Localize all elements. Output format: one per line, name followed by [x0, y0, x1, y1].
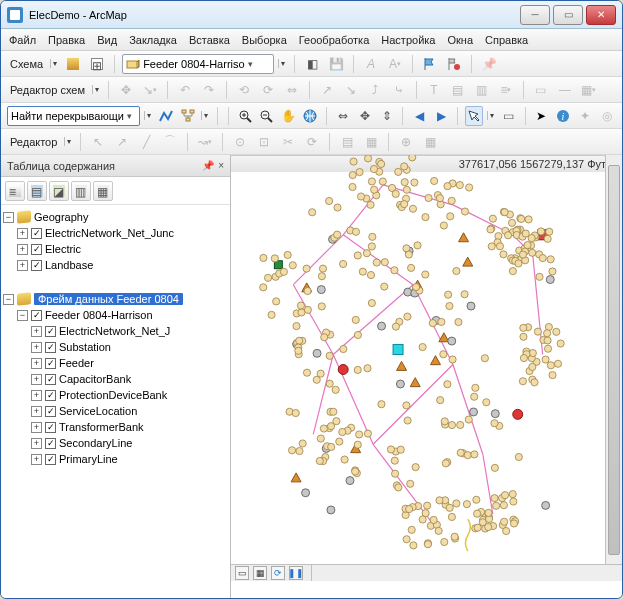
- toc-header[interactable]: Таблица содержания 📌 ×: [1, 155, 230, 177]
- toc-tree[interactable]: − Geography +✓ElectricNetwork_Net_Junc +…: [1, 205, 230, 598]
- toc-layer[interactable]: +✓CapacitorBank: [3, 371, 228, 387]
- map-view[interactable]: ▭ ▦ ⟳ ❚❚ 377617,056 1567279,137 Футы: [231, 155, 622, 598]
- toc-layer[interactable]: +✓SecondaryLine: [3, 435, 228, 451]
- find-combo[interactable]: Найти перекрывающи ▾: [7, 106, 140, 126]
- identify-icon[interactable]: i: [554, 106, 572, 126]
- globe-icon[interactable]: [301, 106, 319, 126]
- title-bar[interactable]: ElecDemo - ArcMap ─ ▭ ✕: [1, 1, 622, 29]
- clear-sel-icon[interactable]: ▭: [500, 106, 518, 126]
- maximize-button[interactable]: ▭: [553, 5, 583, 25]
- schema-grid-icon[interactable]: ⊞: [87, 54, 107, 74]
- trace-icon[interactable]: [157, 106, 175, 126]
- fit-all-icon[interactable]: ✥: [356, 106, 374, 126]
- svg-point-277: [404, 417, 411, 424]
- toc-root-geography[interactable]: − Geography: [3, 209, 228, 225]
- toc-layer[interactable]: +✓PrimaryLine: [3, 451, 228, 467]
- tree-split[interactable]: ▾: [201, 111, 210, 120]
- forward-icon[interactable]: ▶: [432, 106, 450, 126]
- map-canvas[interactable]: [231, 155, 605, 564]
- svg-point-103: [448, 197, 455, 204]
- schema-dropdown[interactable]: ▾: [50, 59, 59, 68]
- toc-layer[interactable]: +✓ElectricNetwork_Net_Junc: [3, 225, 228, 241]
- flag-tool-icon[interactable]: [420, 54, 440, 74]
- layout-view-icon[interactable]: ▦: [253, 566, 267, 580]
- open-project-icon[interactable]: [63, 54, 83, 74]
- tool-square-icon[interactable]: ◧: [302, 54, 322, 74]
- toc-layer[interactable]: +✓Landbase: [3, 257, 228, 273]
- toc-layer[interactable]: +✓Feeder: [3, 355, 228, 371]
- select-tool-icon[interactable]: [465, 106, 483, 126]
- feeder-combo[interactable]: Feeder 0804-Harriso ▾: [122, 54, 274, 74]
- svg-point-120: [334, 231, 341, 238]
- font-icon: A▾: [385, 54, 405, 74]
- schema-editor-drop[interactable]: ▾: [92, 85, 101, 94]
- toc-layer[interactable]: +✓TransformerBank: [3, 419, 228, 435]
- svg-point-238: [455, 318, 462, 325]
- svg-point-331: [446, 504, 453, 511]
- path1-icon: ↗: [317, 80, 337, 100]
- list-by-selection-icon[interactable]: ▥: [71, 181, 91, 201]
- menu-windows[interactable]: Окна: [447, 34, 473, 46]
- feeder-combo-split[interactable]: ▾: [278, 59, 287, 68]
- svg-point-207: [524, 242, 531, 249]
- pointer-icon[interactable]: ➤: [533, 106, 551, 126]
- editor-drop[interactable]: ▾: [64, 137, 73, 146]
- menu-help[interactable]: Справка: [485, 34, 528, 46]
- toc-root-feeder-frame[interactable]: − Фрейм данных Feeder 0804: [3, 291, 228, 307]
- menu-insert[interactable]: Вставка: [189, 34, 230, 46]
- menu-geoproc[interactable]: Геообработка: [299, 34, 370, 46]
- menu-edit[interactable]: Правка: [48, 34, 85, 46]
- svg-point-289: [352, 468, 359, 475]
- toc-feeder-group[interactable]: −✓Feeder 0804-Harrison: [3, 307, 228, 323]
- zoom-out-icon[interactable]: [257, 106, 275, 126]
- list-by-visibility-icon[interactable]: ◪: [49, 181, 69, 201]
- svg-point-79: [395, 168, 402, 175]
- select-split[interactable]: ▾: [487, 111, 496, 120]
- svg-point-208: [547, 256, 554, 263]
- toc-layer[interactable]: +✓Substation: [3, 339, 228, 355]
- list-by-draw-icon[interactable]: ≡: [5, 181, 25, 201]
- zoom-in-icon[interactable]: [236, 106, 254, 126]
- menu-select[interactable]: Выборка: [242, 34, 287, 46]
- app-title: ElecDemo - ArcMap: [29, 9, 520, 21]
- pan-icon[interactable]: ✋: [279, 106, 297, 126]
- fit-width-icon[interactable]: ⇔: [334, 106, 352, 126]
- svg-point-305: [442, 460, 449, 467]
- pin-icon[interactable]: 📌: [202, 160, 214, 171]
- minimize-button[interactable]: ─: [520, 5, 550, 25]
- menu-bookmark[interactable]: Закладка: [129, 34, 177, 46]
- toc-layer[interactable]: +✓ServiceLocation: [3, 403, 228, 419]
- svg-point-162: [284, 251, 291, 258]
- svg-point-139: [496, 243, 503, 250]
- refresh-icon[interactable]: ⟳: [271, 566, 285, 580]
- toc-layer[interactable]: +✓ProtectionDeviceBank: [3, 387, 228, 403]
- toc-layer[interactable]: +✓Electric: [3, 241, 228, 257]
- svg-point-317: [320, 425, 327, 432]
- svg-point-267: [529, 349, 536, 356]
- close-button[interactable]: ✕: [586, 5, 616, 25]
- svg-point-242: [483, 399, 490, 406]
- scrollbar-vertical[interactable]: [605, 155, 622, 581]
- menu-bar: Файл Правка Вид Закладка Вставка Выборка…: [1, 29, 622, 51]
- svg-rect-33: [393, 345, 403, 355]
- list-options-icon[interactable]: ▦: [93, 181, 113, 201]
- svg-point-237: [449, 356, 456, 363]
- menu-file[interactable]: Файл: [9, 34, 36, 46]
- find-combo-split[interactable]: ▾: [144, 111, 153, 120]
- toc-panel: Таблица содержания 📌 × ≡ ▤ ◪ ▥ ▦ − Geogr…: [1, 155, 231, 598]
- attr-table-icon: ▤: [337, 132, 357, 152]
- flag-remove-icon[interactable]: [444, 54, 464, 74]
- svg-point-76: [349, 171, 356, 178]
- close-panel-icon[interactable]: ×: [218, 160, 224, 171]
- scroll-thumb[interactable]: [608, 165, 620, 555]
- toc-layer[interactable]: +✓ElectricNetwork_Net_J: [3, 323, 228, 339]
- menu-config[interactable]: Настройка: [381, 34, 435, 46]
- fit-height-icon[interactable]: ⇕: [378, 106, 396, 126]
- toc-title: Таблица содержания: [7, 160, 115, 172]
- pause-icon[interactable]: ❚❚: [289, 566, 303, 580]
- back-icon[interactable]: ◀: [410, 106, 428, 126]
- list-by-source-icon[interactable]: ▤: [27, 181, 47, 201]
- menu-view[interactable]: Вид: [97, 34, 117, 46]
- tree-icon[interactable]: [179, 106, 197, 126]
- data-view-icon[interactable]: ▭: [235, 566, 249, 580]
